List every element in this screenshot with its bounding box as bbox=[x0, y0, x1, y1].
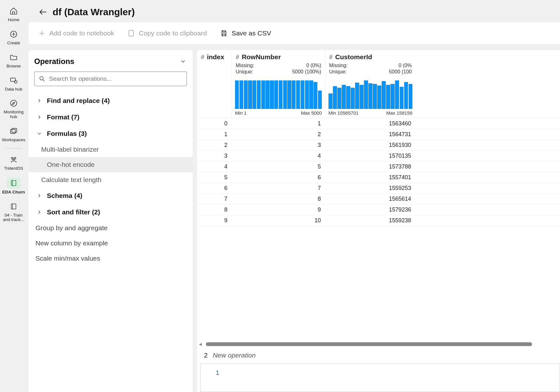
histogram-bar bbox=[309, 80, 313, 109]
histogram-bar bbox=[400, 87, 404, 109]
table-row[interactable]: 011563460 bbox=[197, 118, 560, 129]
scroll-thumb[interactable] bbox=[206, 342, 532, 346]
table-row[interactable]: 891579236 bbox=[197, 205, 560, 215]
nav-recent-eda-churn[interactable]: EDA Churn bbox=[1, 175, 26, 199]
save-csv-button[interactable]: Save as CSV bbox=[220, 29, 271, 37]
histogram-bar bbox=[252, 80, 256, 109]
hash-icon: # bbox=[329, 54, 333, 61]
chevron-down-icon bbox=[35, 130, 43, 137]
column-name-rownumber[interactable]: RowNumber bbox=[242, 53, 281, 61]
nav-monitoring-hub[interactable]: Monitoring hub bbox=[1, 95, 26, 123]
ops-item[interactable]: Group by and aggregate bbox=[34, 220, 187, 236]
histogram-bar bbox=[283, 80, 287, 109]
ops-category[interactable]: Format (7) bbox=[34, 109, 187, 125]
svg-point-2 bbox=[14, 80, 17, 83]
table-row[interactable]: 781565614 bbox=[197, 194, 560, 205]
ops-category[interactable]: Schema (4) bbox=[34, 187, 187, 204]
svg-point-8 bbox=[13, 159, 14, 161]
people-icon bbox=[1, 154, 26, 165]
horizontal-scrollbar[interactable]: ◀ bbox=[197, 341, 560, 347]
histogram-bar bbox=[265, 80, 269, 109]
save-icon bbox=[220, 29, 228, 37]
page-title: df (Data Wrangler) bbox=[53, 7, 135, 17]
svg-rect-5 bbox=[12, 128, 17, 132]
data-panel: #index #RowNumber Missing:0 (0%) Unique:… bbox=[197, 50, 560, 392]
nav-data-hub[interactable]: Data hub bbox=[1, 73, 26, 96]
ops-item[interactable]: Multi-label binarizer bbox=[29, 142, 193, 157]
histogram-bar bbox=[244, 80, 248, 109]
operations-search-input[interactable] bbox=[34, 72, 187, 86]
copy-code-button[interactable]: Copy code to clipboard bbox=[127, 29, 207, 37]
table-row[interactable]: 671559253 bbox=[197, 183, 560, 194]
ops-item[interactable]: Scale min/max values bbox=[34, 251, 187, 266]
histogram-bar bbox=[395, 80, 399, 109]
back-button[interactable] bbox=[37, 6, 49, 18]
ops-category[interactable]: Sort and filter (2) bbox=[34, 204, 187, 220]
histogram-bar bbox=[270, 80, 274, 109]
new-operation-step: 2 New operation bbox=[197, 347, 560, 364]
svg-point-7 bbox=[14, 157, 16, 159]
chevron-right-icon bbox=[35, 208, 43, 216]
column-name-index[interactable]: index bbox=[207, 53, 224, 61]
workspaces-icon bbox=[1, 126, 26, 136]
scroll-left-icon[interactable]: ◀ bbox=[199, 342, 203, 346]
hash-icon: # bbox=[201, 54, 204, 61]
notebook-icon bbox=[1, 201, 26, 212]
table-row[interactable]: 121564731 bbox=[197, 129, 560, 140]
nav-create[interactable]: Create bbox=[1, 26, 26, 49]
search-icon bbox=[39, 75, 46, 84]
nav-browse[interactable]: Browse bbox=[1, 49, 26, 73]
plus-icon bbox=[38, 29, 46, 37]
histogram-bar bbox=[342, 85, 346, 109]
histogram-bar bbox=[239, 80, 243, 109]
ops-item[interactable]: One-hot encode bbox=[29, 157, 193, 172]
svg-point-6 bbox=[11, 157, 13, 159]
histogram-bar bbox=[328, 93, 333, 109]
histogram-bar bbox=[337, 88, 341, 109]
histogram-bar bbox=[382, 81, 386, 109]
histogram-bar bbox=[301, 80, 304, 109]
ops-category[interactable]: Find and replace (4) bbox=[34, 92, 187, 109]
histogram-bar bbox=[373, 84, 377, 109]
histogram-bar bbox=[368, 83, 372, 109]
histogram-bar bbox=[346, 86, 350, 109]
nav-workspaces[interactable]: Workspaces bbox=[1, 123, 26, 146]
svg-point-12 bbox=[40, 77, 43, 80]
ops-item[interactable]: New column by example bbox=[34, 236, 187, 251]
histogram-bar bbox=[360, 85, 364, 109]
table-row[interactable]: 341570135 bbox=[197, 151, 560, 161]
histogram-bar bbox=[355, 83, 359, 109]
histogram-bar bbox=[351, 88, 355, 109]
table-row[interactable]: 561557401 bbox=[197, 172, 560, 183]
histogram-bar bbox=[305, 80, 309, 109]
nav-recent-train[interactable]: 04 - Train and track... bbox=[1, 199, 26, 226]
nav-recent-tridentds[interactable]: TridentDS bbox=[1, 152, 26, 175]
svg-rect-11 bbox=[129, 30, 133, 36]
histogram-bar bbox=[364, 80, 368, 109]
chevron-right-icon bbox=[35, 97, 43, 104]
table-row[interactable]: 231561930 bbox=[197, 140, 560, 151]
histogram-bar bbox=[287, 80, 291, 109]
add-code-button[interactable]: Add code to notebook bbox=[38, 29, 114, 37]
histogram-bar bbox=[318, 91, 322, 109]
grid-header: #index #RowNumber Missing:0 (0%) Unique:… bbox=[197, 50, 560, 118]
table-row[interactable]: 451573788 bbox=[197, 161, 560, 172]
svg-point-3 bbox=[10, 100, 17, 107]
page-header: df (Data Wrangler) bbox=[27, 6, 560, 22]
ops-item[interactable]: Calculate text length bbox=[29, 172, 193, 187]
nav-home[interactable]: Home bbox=[1, 3, 26, 26]
histogram-bar bbox=[333, 86, 337, 109]
grid-body[interactable]: 0115634601215647312315619303415701354515… bbox=[197, 118, 560, 341]
compass-icon bbox=[1, 98, 26, 109]
ops-category[interactable]: Formulas (3) bbox=[34, 125, 187, 142]
chevron-down-icon[interactable] bbox=[179, 58, 187, 65]
code-editor[interactable]: 1 bbox=[200, 364, 560, 392]
histogram-bar bbox=[391, 84, 395, 109]
left-nav-rail: Home Create Browse Data hub Monitoring h… bbox=[0, 0, 27, 392]
histogram-bar bbox=[377, 85, 381, 109]
histogram-bar bbox=[386, 85, 390, 109]
histogram-bar bbox=[257, 80, 261, 109]
column-name-customerid[interactable]: CustomerId bbox=[335, 53, 372, 61]
histogram-bar bbox=[261, 80, 265, 109]
table-row[interactable]: 9101559238 bbox=[197, 215, 560, 226]
